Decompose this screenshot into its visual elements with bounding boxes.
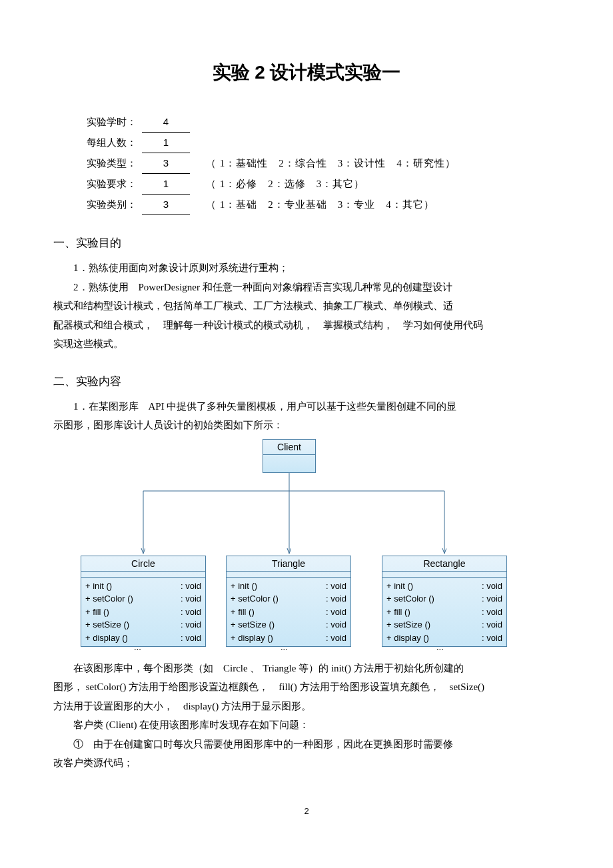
uml-attrs-rectangle xyxy=(382,572,506,578)
uml-class-client: Client xyxy=(263,439,316,473)
explanation-p6: 改客户类源代码； xyxy=(53,753,560,773)
op-ret: : void xyxy=(326,606,346,619)
op-ret: : void xyxy=(181,580,201,593)
title-number: 2 xyxy=(255,62,265,83)
explanation-p5: ① 由于在创建窗口时每次只需要使用图形库中的一种图形，因此在更换图形时需要修 xyxy=(53,735,560,754)
uml-op-row: + display (): void xyxy=(386,632,502,645)
uml-class-body-client xyxy=(263,455,315,472)
meta-value-req: 1 xyxy=(142,174,190,195)
meta-row-req: 实验要求： 1 （ 1：必修 2：选修 3：其它） xyxy=(87,174,546,195)
uml-op-row: + setColor (): void xyxy=(85,592,201,606)
uml-attrs-circle xyxy=(81,572,205,578)
section-heading-content: 二、实验内容 xyxy=(53,374,560,389)
uml-class-name-client: Client xyxy=(263,440,315,455)
meta-label-group: 每组人数： xyxy=(87,133,137,153)
op-sig: + display () xyxy=(85,632,128,645)
uml-op-row: + setSize (): void xyxy=(386,618,502,632)
uml-op-row: + init (): void xyxy=(386,580,502,593)
meta-label-cat: 实验类别： xyxy=(87,195,137,215)
meta-label-type: 实验类型： xyxy=(87,153,137,173)
purpose-item-2c: 配器模式和组合模式， 理解每一种设计模式的模式动机， 掌握模式结构， 学习如何使… xyxy=(53,316,560,335)
op-sig: + display () xyxy=(231,632,273,645)
title-prefix: 实验 xyxy=(213,62,255,83)
page-title: 实验 2 设计模式实验一 xyxy=(53,60,560,85)
purpose-item-2b: 模式和结构型设计模式，包括简单工厂模式、工厂方法模式、抽象工厂模式、单例模式、适 xyxy=(53,296,560,316)
uml-ellipsis: ... xyxy=(134,642,141,652)
section-heading-purpose: 一、实验目的 xyxy=(53,235,560,250)
op-ret: : void xyxy=(482,606,502,619)
meta-label-hours: 实验学时： xyxy=(87,112,137,132)
op-sig: + setSize () xyxy=(85,618,129,632)
uml-op-row: + fill (): void xyxy=(386,606,502,619)
meta-row-type: 实验类型： 3 （ 1：基础性 2：综合性 3：设计性 4：研究性） xyxy=(87,153,546,174)
meta-value-group: 1 xyxy=(142,133,190,153)
explanation-p4: 客户类 (Client) 在使用该图形库时发现存在如下问题： xyxy=(53,715,560,735)
uml-op-row: + init (): void xyxy=(231,580,346,593)
op-ret: : void xyxy=(181,632,201,645)
meta-value-hours: 4 xyxy=(142,112,190,133)
op-sig: + init () xyxy=(85,580,112,593)
uml-op-row: + display (): void xyxy=(85,632,201,645)
uml-class-rectangle: Rectangle + init (): void + setColor ():… xyxy=(382,556,507,648)
uml-ops-circle: + init (): void + setColor (): void + fi… xyxy=(81,578,205,647)
op-ret: : void xyxy=(326,592,346,606)
uml-op-row: + setSize (): void xyxy=(85,618,201,632)
op-ret: : void xyxy=(326,580,346,593)
uml-op-row: + fill (): void xyxy=(231,606,346,619)
meta-row-group: 每组人数： 1 xyxy=(87,133,546,153)
purpose-item-2a: 2．熟练使用 PowerDesigner 和任意一种面向对象编程语言实现几种常见… xyxy=(53,278,560,297)
content-item-1a: 1．在某图形库 API 中提供了多种矢量图模板，用户可以基于这些矢量图创建不同的… xyxy=(53,397,560,416)
meta-legend-req: （ 1：必修 2：选修 3：其它） xyxy=(206,174,364,194)
explanation-p3: 方法用于设置图形的大小， display() 方法用于显示图形。 xyxy=(53,697,560,716)
uml-class-triangle: Triangle + init (): void + setColor (): … xyxy=(226,556,351,648)
meta-value-cat: 3 xyxy=(142,195,190,215)
uml-class-name-rectangle: Rectangle xyxy=(382,556,506,572)
op-sig: + fill () xyxy=(85,606,109,619)
meta-value-type: 3 xyxy=(142,153,190,174)
uml-op-row: + init (): void xyxy=(85,580,201,593)
page-number: 2 xyxy=(53,806,560,816)
op-ret: : void xyxy=(482,632,502,645)
title-suffix: 设计模式实验一 xyxy=(265,62,400,83)
op-ret: : void xyxy=(326,618,346,632)
op-sig: + fill () xyxy=(231,606,255,619)
explanation-p1: 在该图形库中，每个图形类（如 Circle 、 Triangle 等）的 ini… xyxy=(53,659,560,678)
op-ret: : void xyxy=(181,592,201,606)
meta-row-hours: 实验学时： 4 xyxy=(87,112,546,133)
op-ret: : void xyxy=(326,632,346,645)
uml-op-row: + setSize (): void xyxy=(231,618,346,632)
op-ret: : void xyxy=(482,580,502,593)
meta-legend-cat: （ 1：基础 2：专业基础 3：专业 4：其它） xyxy=(206,195,434,215)
uml-attrs-triangle xyxy=(227,572,350,578)
op-ret: : void xyxy=(181,606,201,619)
uml-op-row: + setColor (): void xyxy=(231,592,346,606)
purpose-item-1: 1．熟练使用面向对象设计原则对系统进行重构； xyxy=(53,258,560,278)
uml-ops-rectangle: + init (): void + setColor (): void + fi… xyxy=(382,578,506,647)
op-sig: + setColor () xyxy=(386,592,434,606)
uml-op-row: + fill (): void xyxy=(85,606,201,619)
op-sig: + fill () xyxy=(386,606,410,619)
op-ret: : void xyxy=(181,618,201,632)
op-sig: + init () xyxy=(386,580,413,593)
uml-class-name-circle: Circle xyxy=(81,556,205,572)
uml-class-circle: Circle + init (): void + setColor (): vo… xyxy=(81,556,206,648)
op-sig: + setSize () xyxy=(231,618,275,632)
meta-legend-type: （ 1：基础性 2：综合性 3：设计性 4：研究性） xyxy=(206,153,456,173)
op-sig: + display () xyxy=(386,632,429,645)
op-sig: + init () xyxy=(231,580,257,593)
uml-op-row: + display (): void xyxy=(231,632,346,645)
uml-ellipsis: ... xyxy=(281,642,288,652)
uml-ops-triangle: + init (): void + setColor (): void + fi… xyxy=(227,578,350,647)
content-item-1b: 示图形，图形库设计人员设计的初始类图如下所示： xyxy=(53,416,560,435)
op-ret: : void xyxy=(482,592,502,606)
uml-class-name-triangle: Triangle xyxy=(227,556,350,572)
meta-label-req: 实验要求： xyxy=(87,174,137,194)
uml-op-row: + setColor (): void xyxy=(386,592,502,606)
op-ret: : void xyxy=(482,618,502,632)
op-sig: + setColor () xyxy=(231,592,279,606)
op-sig: + setColor () xyxy=(85,592,133,606)
explanation-p2: 图形， setColor() 方法用于给图形设置边框颜色， fill() 方法用… xyxy=(53,677,560,697)
op-sig: + setSize () xyxy=(386,618,430,632)
experiment-meta: 实验学时： 4 每组人数： 1 实验类型： 3 （ 1：基础性 2：综合性 3：… xyxy=(87,112,546,215)
uml-ellipsis: ... xyxy=(436,642,444,652)
